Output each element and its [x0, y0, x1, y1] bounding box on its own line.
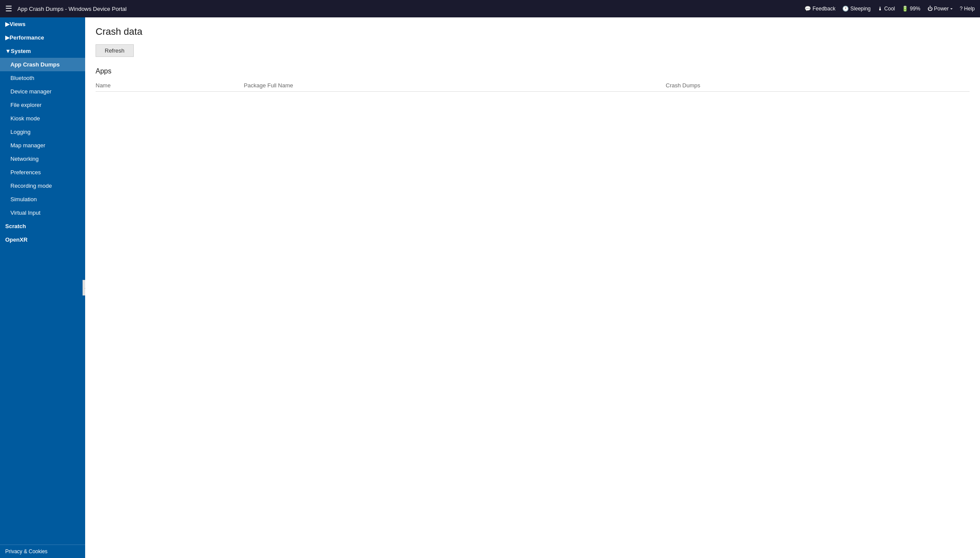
table-header: NamePackage Full NameCrash Dumps: [96, 80, 970, 92]
main-content: Crash data Refresh Apps NamePackage Full…: [85, 17, 980, 558]
topbar-cool[interactable]: 🌡 Cool: [877, 6, 895, 12]
col-package-full-name: Package Full Name: [244, 80, 665, 92]
sidebar-item-kiosk-mode[interactable]: Kiosk mode: [0, 112, 85, 125]
sidebar-item-app-crash-dumps[interactable]: App Crash Dumps: [0, 58, 85, 71]
refresh-button[interactable]: Refresh: [96, 44, 134, 57]
sidebar-section-performance[interactable]: ▶Performance: [0, 31, 85, 44]
crash-dumps-table: NamePackage Full NameCrash Dumps: [96, 80, 970, 92]
sidebar-item-logging[interactable]: Logging: [0, 125, 85, 139]
apps-section-title: Apps: [96, 67, 970, 75]
sidebar-item-networking[interactable]: Networking: [0, 152, 85, 166]
col-name: Name: [96, 80, 244, 92]
sidebar-item-virtual-input[interactable]: Virtual Input: [0, 206, 85, 219]
sidebar-item-simulation[interactable]: Simulation: [0, 193, 85, 206]
topbar-help[interactable]: ? Help: [960, 6, 975, 12]
privacy-cookies-link[interactable]: Privacy & Cookies: [0, 545, 85, 558]
sidebar-section-scratch[interactable]: Scratch: [0, 219, 85, 233]
table-header-row: NamePackage Full NameCrash Dumps: [96, 80, 970, 92]
sidebar-item-bluetooth[interactable]: Bluetooth: [0, 71, 85, 85]
topbar-sleeping[interactable]: 🕐 Sleeping: [842, 6, 871, 12]
sidebar-item-recording-mode[interactable]: Recording mode: [0, 179, 85, 193]
sidebar-section-openxr[interactable]: OpenXR: [0, 233, 85, 246]
sidebar: ◀ ▶Views▶Performance▼SystemApp Crash Dum…: [0, 17, 85, 558]
col-crash-dumps: Crash Dumps: [666, 80, 970, 92]
topbar-battery[interactable]: 🔋 99%: [902, 6, 920, 12]
sidebar-section-views[interactable]: ▶Views: [0, 17, 85, 31]
sidebar-collapse-button[interactable]: ◀: [83, 280, 85, 296]
topbar-power[interactable]: ⏻ Power ▾: [927, 6, 953, 12]
topbar-actions: 💬 Feedback🕐 Sleeping🌡 Cool🔋 99%⏻ Power ▾…: [805, 6, 975, 12]
hamburger-menu[interactable]: ☰: [5, 4, 12, 13]
crash-data-heading: Crash data: [96, 26, 970, 37]
sidebar-item-preferences[interactable]: Preferences: [0, 166, 85, 179]
sidebar-item-map-manager[interactable]: Map manager: [0, 139, 85, 152]
main-layout: ◀ ▶Views▶Performance▼SystemApp Crash Dum…: [0, 17, 980, 558]
sidebar-item-device-manager[interactable]: Device manager: [0, 85, 85, 98]
sidebar-item-file-explorer[interactable]: File explorer: [0, 98, 85, 112]
page-title-bar: App Crash Dumps - Windows Device Portal: [17, 6, 805, 12]
sidebar-section-system[interactable]: ▼System: [0, 44, 85, 58]
topbar-feedback[interactable]: 💬 Feedback: [805, 6, 835, 12]
topbar: ☰ App Crash Dumps - Windows Device Porta…: [0, 0, 980, 17]
